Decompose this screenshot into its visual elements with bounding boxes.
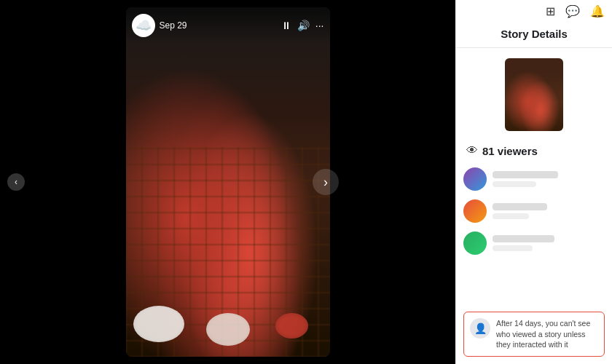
viewer-info <box>493 203 605 219</box>
viewer-name-blur <box>493 235 554 242</box>
plate-center <box>206 313 250 346</box>
messenger-icon[interactable]: 💬 <box>565 4 580 18</box>
info-notice: 👤 After 14 days, you can't see who viewe… <box>463 312 605 357</box>
thumb-overlay <box>505 58 563 131</box>
more-icon[interactable]: ··· <box>315 20 324 31</box>
panel-header-icons: ⊞ 💬 🔔 <box>456 0 612 22</box>
list-item <box>463 163 605 195</box>
sauce-bowl <box>275 313 308 339</box>
video-area: ‹ ☁️ Sep 29 ⏸ 🔊 ··· › <box>0 0 455 364</box>
viewer-sub-blur <box>493 245 533 251</box>
story-image <box>126 7 330 357</box>
viewer-name-blur <box>493 171 558 178</box>
plate-decoration <box>133 306 184 342</box>
panel-title: Story Details <box>456 22 612 48</box>
story-controls: ⏸ 🔊 ··· <box>281 20 324 31</box>
next-arrow[interactable]: › <box>313 169 339 195</box>
pause-icon[interactable]: ⏸ <box>281 20 291 31</box>
prev-arrow[interactable]: ‹ <box>7 173 25 191</box>
viewers-row: 👁 81 viewers <box>456 138 612 163</box>
story-thumbnail <box>505 58 563 131</box>
grid-icon[interactable]: ⊞ <box>546 4 555 18</box>
eye-icon: 👁 <box>466 144 478 157</box>
info-icon: 👤 <box>470 318 490 339</box>
avatar <box>463 232 487 255</box>
viewer-name-blur <box>493 203 547 210</box>
list-item <box>463 227 605 259</box>
viewer-list <box>456 163 612 307</box>
viewer-info <box>493 235 605 251</box>
story-topbar: ☁️ Sep 29 ⏸ 🔊 ··· <box>126 7 330 44</box>
story-frame: ☁️ Sep 29 ⏸ 🔊 ··· <box>126 7 330 357</box>
notifications-icon[interactable]: 🔔 <box>590 4 605 18</box>
story-details-panel: ⊞ 💬 🔔 Story Details 👁 81 viewers <box>455 0 612 364</box>
viewer-sub-blur <box>493 181 536 187</box>
avatar <box>463 199 487 223</box>
sound-icon[interactable]: 🔊 <box>297 20 310 31</box>
viewer-info <box>493 171 605 187</box>
avatar <box>463 167 487 191</box>
viewers-count: 81 viewers <box>482 145 538 157</box>
viewer-sub-blur <box>493 213 529 219</box>
list-item <box>463 195 605 227</box>
story-date: Sep 29 <box>160 20 187 31</box>
story-avatar: ☁️ <box>132 14 155 37</box>
info-notice-text: After 14 days, you can't see who viewed … <box>496 318 598 350</box>
